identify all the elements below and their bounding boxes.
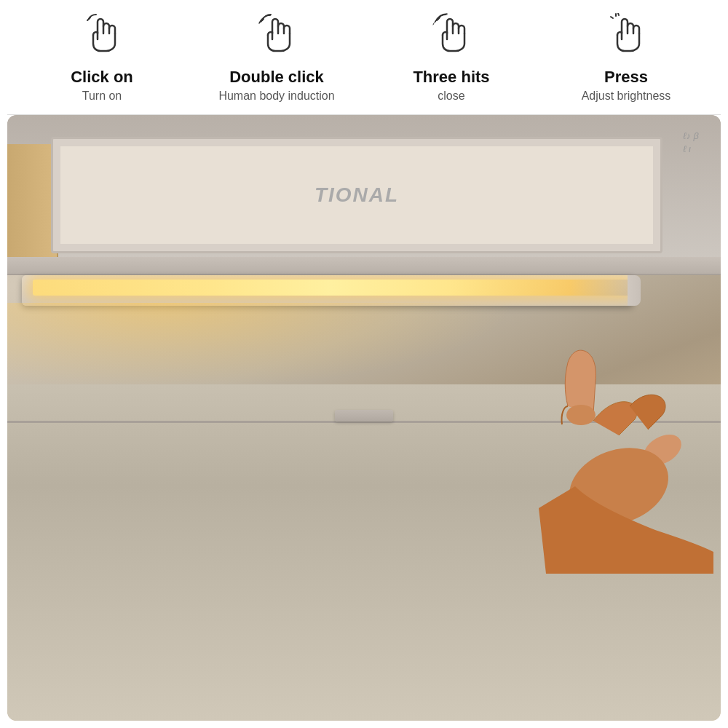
instruction-click-on: Click on Turn on: [15, 13, 189, 103]
instruction-press: Press Adjust brightness: [539, 13, 713, 103]
three-hits-icon: [432, 13, 470, 62]
wall-frame: TIONAL: [51, 137, 662, 253]
double-click-icon: [258, 13, 296, 62]
frame-inner: TIONAL: [60, 146, 653, 244]
press-icon: [607, 13, 645, 62]
instruction-double-click: Double click Human body induction: [189, 13, 364, 103]
click-on-icon: [83, 13, 121, 62]
instruction-three-hits: Three hits close: [364, 13, 539, 103]
wall-text-right: ℓ♪ β ℓ ι: [683, 130, 699, 156]
three-hits-title: Three hits: [413, 68, 489, 87]
click-on-title: Click on: [71, 68, 133, 87]
hand-svg: [437, 246, 713, 574]
instruction-bar: Click on Turn on Double click: [0, 0, 728, 114]
press-title: Press: [604, 68, 648, 87]
double-click-title: Double click: [229, 68, 324, 87]
press-subtitle: Adjust brightness: [582, 90, 671, 103]
click-on-subtitle: Turn on: [82, 90, 122, 103]
photo-background: TIONAL ℓ♪ β ℓ ι: [7, 115, 721, 721]
frame-text: TIONAL: [314, 183, 399, 207]
three-hits-subtitle: close: [438, 90, 464, 103]
main-container: Click on Turn on Double click: [0, 0, 728, 728]
cabinet-top: TIONAL ℓ♪ β ℓ ι: [7, 115, 721, 261]
double-click-subtitle: Human body induction: [218, 90, 334, 103]
product-image-section: TIONAL ℓ♪ β ℓ ι: [7, 115, 721, 721]
svg-point-2: [566, 405, 596, 425]
drawer-handle: [335, 410, 393, 422]
